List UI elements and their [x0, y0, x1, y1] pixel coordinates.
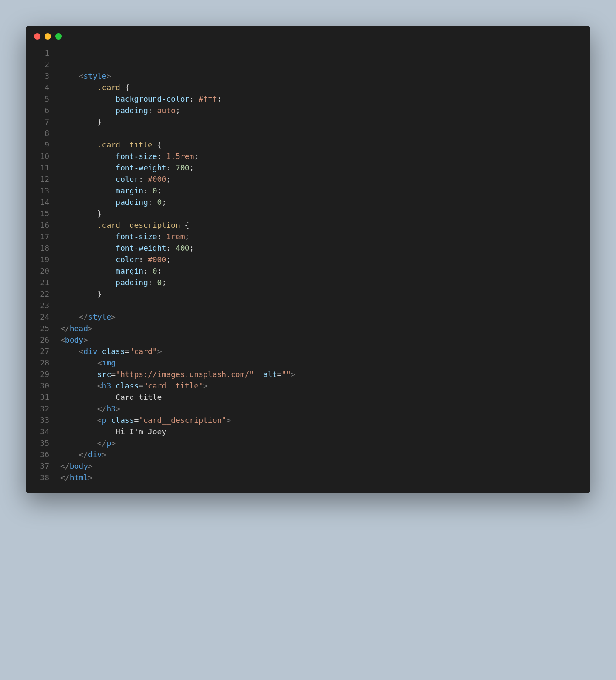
code-line: 22 } [34, 288, 582, 300]
line-number: 27 [34, 346, 49, 357]
maximize-icon[interactable] [55, 33, 62, 40]
line-number: 29 [34, 368, 49, 380]
line-number: 30 [34, 380, 49, 391]
code-line: 18 font-weight: 400; [34, 242, 582, 254]
code-line: 29 src="https://images.unsplash.com/" al… [34, 368, 582, 380]
code-editor-window: 1 2 3 <style> 4 .card { 5 background-col… [26, 26, 590, 493]
code-line: 23 [34, 300, 582, 311]
code-line: 3 <style> [34, 70, 582, 82]
code-line: 20 margin: 0; [34, 265, 582, 277]
code-line: 37</body> [34, 460, 582, 472]
line-number: 18 [34, 242, 49, 254]
code-area[interactable]: 1 2 3 <style> 4 .card { 5 background-col… [26, 47, 590, 493]
line-number: 15 [34, 208, 49, 219]
line-number: 23 [34, 300, 49, 311]
line-number: 28 [34, 357, 49, 368]
line-number: 34 [34, 426, 49, 437]
code-line: 30 <h3 class="card__title"> [34, 380, 582, 391]
line-number: 2 [34, 59, 49, 70]
code-line: 1 [34, 47, 582, 59]
title-bar [26, 26, 590, 47]
line-number: 8 [34, 128, 49, 139]
code-line: 2 [34, 59, 582, 70]
code-line: 25</head> [34, 323, 582, 334]
code-line: 36 </div> [34, 449, 582, 460]
line-number: 12 [34, 173, 49, 185]
code-line: 34 Hi I'm Joey [34, 426, 582, 437]
line-number: 37 [34, 460, 49, 472]
line-number: 22 [34, 288, 49, 300]
code-line: 21 padding: 0; [34, 277, 582, 288]
line-number: 36 [34, 449, 49, 460]
line-number: 16 [34, 219, 49, 231]
line-number: 4 [34, 82, 49, 93]
code-line: 35 </p> [34, 437, 582, 449]
code-line: 6 padding: auto; [34, 105, 582, 116]
line-number: 9 [34, 139, 49, 150]
line-number: 20 [34, 265, 49, 277]
line-number: 13 [34, 185, 49, 196]
line-number: 7 [34, 116, 49, 128]
line-number: 26 [34, 334, 49, 346]
line-number: 21 [34, 277, 49, 288]
line-number: 19 [34, 254, 49, 265]
line-number: 31 [34, 391, 49, 403]
line-number: 5 [34, 93, 49, 105]
line-number: 3 [34, 70, 49, 82]
code-line: 16 .card__description { [34, 219, 582, 231]
code-line: 28 <img [34, 357, 582, 368]
code-line: 19 color: #000; [34, 254, 582, 265]
line-number: 38 [34, 472, 49, 483]
code-line: 33 <p class="card__description"> [34, 414, 582, 426]
line-number: 32 [34, 403, 49, 414]
line-number: 17 [34, 231, 49, 242]
code-line: 15 } [34, 208, 582, 219]
close-icon[interactable] [34, 33, 40, 40]
minimize-icon[interactable] [45, 33, 51, 40]
code-line: 26<body> [34, 334, 582, 346]
code-line: 24 </style> [34, 311, 582, 323]
line-number: 10 [34, 150, 49, 162]
code-line: 5 background-color: #fff; [34, 93, 582, 105]
code-line: 4 .card { [34, 82, 582, 93]
code-line: 10 font-size: 1.5rem; [34, 150, 582, 162]
line-number: 25 [34, 323, 49, 334]
code-line: 38</html> [34, 472, 582, 483]
line-number: 24 [34, 311, 49, 323]
code-line: 31 Card title [34, 391, 582, 403]
code-line: 12 color: #000; [34, 173, 582, 185]
line-number: 33 [34, 414, 49, 426]
line-number: 1 [34, 47, 49, 59]
line-number: 35 [34, 437, 49, 449]
code-line: 11 font-weight: 700; [34, 162, 582, 173]
code-line: 7 } [34, 116, 582, 128]
line-number: 11 [34, 162, 49, 173]
line-number: 14 [34, 196, 49, 208]
code-line: 13 margin: 0; [34, 185, 582, 196]
line-number: 6 [34, 105, 49, 116]
code-line: 8 [34, 128, 582, 139]
code-line: 9 .card__title { [34, 139, 582, 150]
code-line: 14 padding: 0; [34, 196, 582, 208]
code-line: 17 font-size: 1rem; [34, 231, 582, 242]
code-line: 32 </h3> [34, 403, 582, 414]
code-line: 27 <div class="card"> [34, 346, 582, 357]
